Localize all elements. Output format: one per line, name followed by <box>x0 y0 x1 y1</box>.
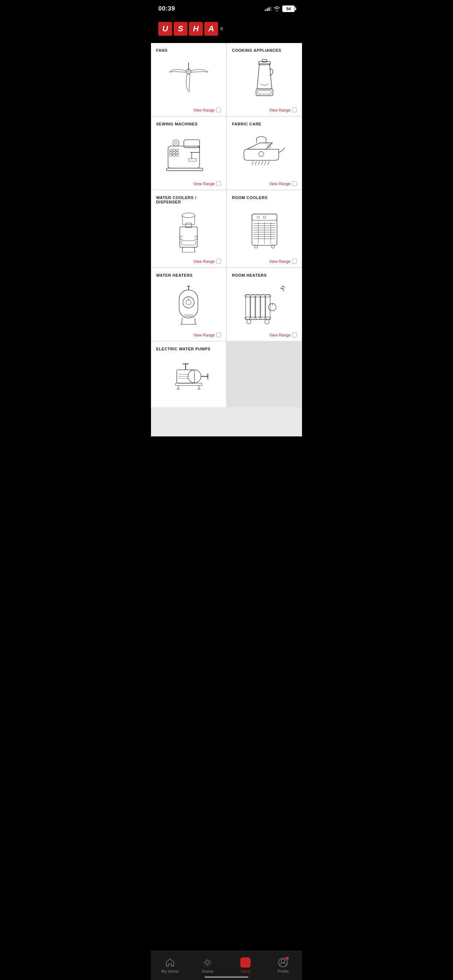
svg-point-33 <box>182 213 195 218</box>
svg-rect-17 <box>173 152 175 153</box>
sewing-view-range[interactable]: View Range <box>156 181 221 186</box>
battery-indicator: 54 <box>282 5 295 12</box>
svg-point-24 <box>175 142 177 145</box>
svg-rect-73 <box>261 294 265 320</box>
svg-rect-71 <box>250 294 255 320</box>
category-fans[interactable]: FANS View Range <box>151 43 226 116</box>
status-icons: 54 <box>265 5 295 12</box>
room-cooler-image <box>232 203 297 257</box>
cooking-image <box>232 56 297 105</box>
signal-icon <box>265 6 271 11</box>
svg-rect-19 <box>170 154 172 156</box>
categories-grid: FANS View Range <box>151 43 302 407</box>
svg-point-58 <box>183 296 195 308</box>
svg-line-38 <box>195 247 195 252</box>
app-header: U S H A ® <box>151 16 302 43</box>
svg-rect-36 <box>181 240 196 245</box>
water-pump-title: ELECTRIC WATER PUMPS <box>156 347 221 351</box>
svg-line-27 <box>258 161 260 165</box>
fabric-title: FABRIC CARE <box>232 122 297 126</box>
water-heater-view-range[interactable]: View Range <box>156 332 221 337</box>
cooking-checkbox[interactable] <box>292 108 297 112</box>
room-heater-title: ROOM HEATERS <box>232 273 297 277</box>
svg-rect-70 <box>246 294 250 320</box>
fans-view-range[interactable]: View Range <box>156 108 221 112</box>
main-content: FANS View Range <box>151 43 302 436</box>
logo-h: H <box>189 22 203 36</box>
room-heater-checkbox[interactable] <box>292 332 297 337</box>
svg-rect-5 <box>256 89 273 95</box>
logo-registered: ® <box>220 27 223 31</box>
water-cooler-view-range[interactable]: View Range <box>156 259 221 264</box>
fabric-view-range[interactable]: View Range <box>232 181 297 186</box>
svg-line-8 <box>265 84 268 86</box>
svg-point-32 <box>258 152 264 157</box>
logo-a: A <box>204 22 218 36</box>
category-room-cooler[interactable]: ROOM COOLERS <box>227 190 302 267</box>
status-bar: 00:39 54 <box>151 0 302 16</box>
usha-logo: U S H A ® <box>158 22 295 36</box>
svg-point-77 <box>247 320 251 324</box>
category-room-heater[interactable]: ROOM HEATERS <box>227 268 302 341</box>
room-heater-view-range[interactable]: View Range <box>232 332 297 337</box>
svg-rect-20 <box>173 154 175 156</box>
cooking-title: COOKING APPLIANCES <box>232 48 297 52</box>
sewing-image <box>156 129 221 179</box>
svg-rect-41 <box>252 214 277 220</box>
svg-rect-74 <box>266 294 270 320</box>
logo-s: S <box>174 22 187 36</box>
svg-rect-12 <box>188 159 196 161</box>
sewing-title: SEWING MACHINES <box>156 122 221 126</box>
svg-rect-18 <box>176 152 179 153</box>
svg-point-68 <box>282 286 284 288</box>
svg-rect-15 <box>176 150 179 151</box>
water-cooler-image <box>156 207 221 257</box>
sewing-checkbox[interactable] <box>216 181 221 186</box>
category-water-cooler[interactable]: WATER COOLERS / DISPENSER <box>151 190 226 267</box>
fans-image <box>156 56 221 105</box>
logo-u: U <box>158 22 172 36</box>
water-cooler-title: WATER COOLERS / DISPENSER <box>156 196 221 204</box>
fabric-checkbox[interactable] <box>292 181 297 186</box>
svg-line-26 <box>255 161 257 165</box>
room-cooler-title: ROOM COOLERS <box>232 196 297 200</box>
room-heater-image <box>232 280 297 330</box>
status-time: 00:39 <box>158 5 175 13</box>
category-sewing[interactable]: SEWING MACHINES <box>151 117 226 189</box>
svg-rect-10 <box>184 140 199 148</box>
svg-rect-22 <box>166 168 203 170</box>
category-water-pump[interactable]: ELECTRIC WATER PUMPS <box>151 342 226 407</box>
svg-rect-6 <box>258 91 271 94</box>
category-fabric[interactable]: FABRIC CARE <box>227 117 302 189</box>
svg-point-42 <box>257 216 259 218</box>
room-cooler-view-range[interactable]: View Range <box>232 259 297 264</box>
category-water-heater[interactable]: WATER HEATERS <box>151 268 226 341</box>
svg-line-28 <box>261 161 263 165</box>
svg-rect-81 <box>177 370 195 383</box>
water-pump-image <box>156 354 221 404</box>
svg-rect-87 <box>175 383 202 386</box>
svg-rect-72 <box>256 294 260 320</box>
svg-rect-13 <box>170 150 172 151</box>
svg-point-59 <box>186 300 191 305</box>
water-heater-image <box>156 280 221 330</box>
fans-checkbox[interactable] <box>216 108 221 112</box>
svg-line-25 <box>252 161 253 165</box>
svg-rect-4 <box>262 59 267 62</box>
cooking-view-range[interactable]: View Range <box>232 108 297 112</box>
svg-line-7 <box>260 84 265 86</box>
water-cooler-checkbox[interactable] <box>216 259 221 264</box>
category-cooking[interactable]: COOKING APPLIANCES <box>227 43 302 116</box>
svg-rect-14 <box>173 150 175 151</box>
svg-line-37 <box>182 247 183 252</box>
svg-point-2 <box>188 71 190 73</box>
svg-line-29 <box>265 161 266 165</box>
svg-rect-35 <box>180 227 197 247</box>
svg-point-43 <box>263 216 266 218</box>
fans-title: FANS <box>156 48 221 52</box>
water-heater-checkbox[interactable] <box>216 332 221 337</box>
fabric-image <box>232 129 297 179</box>
room-cooler-checkbox[interactable] <box>292 259 297 264</box>
water-heater-title: WATER HEATERS <box>156 273 221 277</box>
svg-line-63 <box>182 318 182 324</box>
